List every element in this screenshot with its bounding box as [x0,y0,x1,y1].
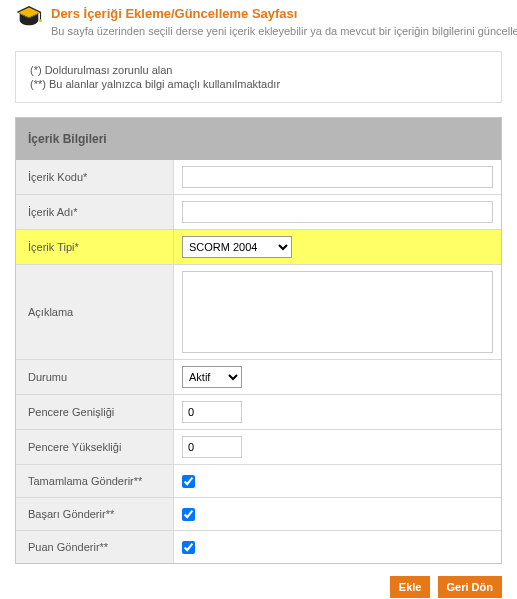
label-complete: Tamamlama Gönderir** [16,464,174,497]
label-status: Durumu [16,359,174,394]
checkbox-success[interactable] [182,508,195,521]
form-container: İçerik Bilgileri İçerik Kodu* İçerik Adı… [15,117,502,564]
input-name[interactable] [182,201,493,223]
label-success: Başarı Gönderir** [16,497,174,530]
label-win-width: Pencere Genişliği [16,394,174,429]
label-name: İçerik Adı* [16,194,174,229]
back-button[interactable]: Geri Dön [438,576,502,598]
checkbox-score[interactable] [182,541,195,554]
input-code[interactable] [182,166,493,188]
label-type: İçerik Tipi* [16,229,174,264]
label-win-height: Pencere Yüksekliği [16,429,174,464]
note-required: (*) Doldurulması zorunlu alan [30,64,487,76]
section-header: İçerik Bilgileri [16,118,501,160]
required-notes: (*) Doldurulması zorunlu alan (**) Bu al… [15,51,502,103]
svg-point-1 [39,19,42,22]
label-score: Puan Gönderir** [16,530,174,563]
page-title: Ders İçeriği Ekleme/Güncelleme Sayfası [51,6,517,21]
svg-rect-0 [40,12,41,20]
label-desc: Açıklama [16,264,174,359]
page-subtitle: Bu sayfa üzerinden seçili derse yeni içe… [51,25,517,37]
textarea-desc[interactable] [182,271,493,353]
label-code: İçerik Kodu* [16,160,174,194]
checkbox-complete[interactable] [182,475,195,488]
input-win-width[interactable] [182,401,242,423]
select-type[interactable]: SCORM 2004 [182,236,292,258]
graduation-cap-icon [15,4,43,28]
note-info: (**) Bu alanlar yalnızca bilgi amaçlı ku… [30,78,487,90]
input-win-height[interactable] [182,436,242,458]
select-status[interactable]: Aktif [182,366,242,388]
add-button[interactable]: Ekle [390,576,431,598]
